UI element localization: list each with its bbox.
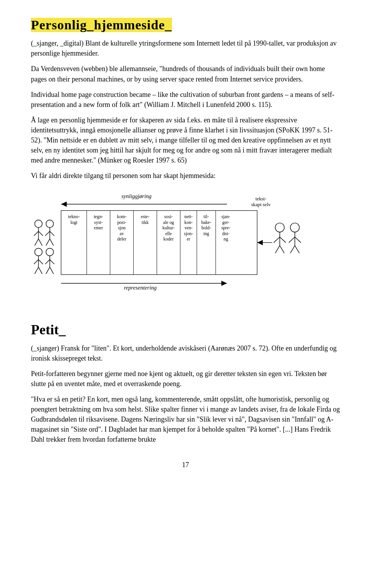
page-number: 17 [31,460,340,470]
svg-line-53 [50,232,54,236]
svg-point-68 [275,223,284,232]
svg-text:kom-: kom- [117,214,127,219]
page-title: Personlig_hjemmeside_ [31,15,340,34]
svg-text:er: er [187,237,190,242]
svg-line-67 [50,267,54,274]
diagram-svg: synliggjøring tekst- skapt selv tekno- l… [31,188,340,308]
svg-line-49 [39,239,43,246]
svg-line-61 [39,267,43,274]
svg-point-56 [35,248,43,256]
svg-text:emer: emer [94,226,103,231]
section2-paragraph-1: (_sjanger) Fransk for "liten". Et kort, … [31,343,340,363]
svg-text:sosi-: sosi- [164,214,173,219]
section2-paragraph-2: Petit-forfatteren begynner gjerne med no… [31,369,340,389]
svg-text:bake-: bake- [201,220,211,225]
svg-line-52 [45,232,50,236]
svg-line-71 [280,237,286,243]
svg-line-66 [46,267,50,274]
svg-text:representering: representering [124,285,157,291]
svg-line-70 [274,237,280,243]
svg-point-74 [290,223,299,232]
svg-text:sjan-: sjan- [221,214,230,219]
svg-text:til-: til- [204,214,209,219]
svg-text:ger-: ger- [222,220,230,225]
svg-line-55 [50,239,54,246]
svg-point-44 [35,220,43,228]
section2-title: Petit_ [31,320,340,340]
svg-text:nett-: nett- [184,214,193,219]
svg-text:kon-: kon- [184,220,193,225]
paragraph-4: Å lage en personlig hjemmeside er for sk… [31,115,340,165]
svg-text:tekno-: tekno- [68,214,80,219]
svg-text:koder: koder [163,237,174,242]
svg-marker-84 [221,281,227,286]
svg-text:este-: este- [141,214,150,219]
svg-line-46 [34,232,39,236]
svg-line-60 [35,267,39,274]
svg-text:dni-: dni- [222,231,230,236]
svg-text:tikk: tikk [142,220,149,225]
svg-line-79 [295,246,300,254]
svg-line-64 [45,260,50,264]
svg-point-50 [46,220,54,228]
svg-text:tekst-: tekst- [255,197,266,202]
svg-text:ale og: ale og [163,220,174,225]
paragraph-5: Vi får aldri direkte tilgang til persone… [31,171,340,181]
svg-text:kultur-: kultur- [162,226,175,231]
svg-text:spre-: spre- [221,226,230,231]
svg-line-65 [50,260,54,264]
svg-text:sjon: sjon [118,226,126,231]
svg-text:av: av [120,231,124,236]
section2-paragraph-3: "Hva er så en petit? En kort, men også l… [31,394,340,444]
svg-line-73 [280,246,284,254]
svg-text:skapt selv: skapt selv [251,202,271,207]
svg-marker-81 [257,240,263,246]
svg-line-78 [290,246,295,254]
svg-text:deler: deler [117,237,126,242]
svg-line-76 [289,237,295,243]
svg-text:ng: ng [224,237,228,242]
svg-text:elle: elle [165,231,172,236]
svg-text:hold-: hold- [201,226,211,231]
svg-line-47 [39,232,43,236]
svg-point-62 [46,248,54,256]
svg-text:syst-: syst- [94,220,103,225]
svg-text:posi-: posi- [117,220,126,225]
paragraph-2: Da Verdensveven (webben) ble allemannsei… [31,64,340,84]
paragraph-1: (_sjanger, _digital) Blant de kulturelle… [31,38,340,58]
svg-line-77 [295,237,301,243]
svg-line-54 [46,239,50,246]
svg-text:synliggjøring: synliggjøring [121,193,151,200]
title-highlight: Personlig_hjemmeside_ [31,18,172,32]
svg-line-48 [35,239,39,246]
svg-text:sjon-: sjon- [184,231,193,236]
paragraph-3: Individual home page construction became… [31,90,340,110]
svg-text:logi: logi [70,220,78,225]
svg-line-59 [39,260,43,264]
svg-line-72 [275,246,280,254]
svg-text:ven-: ven- [184,226,192,231]
svg-text:tegn-: tegn- [94,214,103,219]
svg-line-58 [34,260,39,264]
svg-marker-2 [61,202,67,207]
diagram-container: synliggjøring tekst- skapt selv tekno- l… [31,188,340,308]
svg-text:ing: ing [203,231,209,236]
